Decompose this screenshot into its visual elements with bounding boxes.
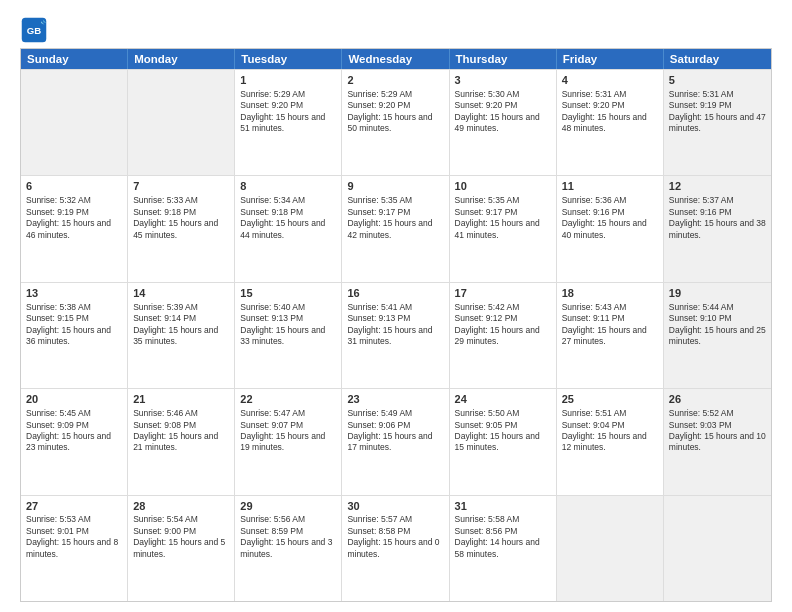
svg-text:GB: GB bbox=[27, 25, 41, 36]
header-day-wednesday: Wednesday bbox=[342, 49, 449, 69]
cal-row-1: 6Sunrise: 5:32 AM Sunset: 9:19 PM Daylig… bbox=[21, 175, 771, 281]
day-number: 14 bbox=[133, 286, 229, 301]
cal-row-0: 1Sunrise: 5:29 AM Sunset: 9:20 PM Daylig… bbox=[21, 69, 771, 175]
cal-cell-day-4: 4Sunrise: 5:31 AM Sunset: 9:20 PM Daylig… bbox=[557, 70, 664, 175]
day-number: 9 bbox=[347, 179, 443, 194]
day-info: Sunrise: 5:56 AM Sunset: 8:59 PM Dayligh… bbox=[240, 514, 336, 560]
day-info: Sunrise: 5:41 AM Sunset: 9:13 PM Dayligh… bbox=[347, 302, 443, 348]
day-number: 31 bbox=[455, 499, 551, 514]
cal-row-4: 27Sunrise: 5:53 AM Sunset: 9:01 PM Dayli… bbox=[21, 495, 771, 601]
cal-cell-day-31: 31Sunrise: 5:58 AM Sunset: 8:56 PM Dayli… bbox=[450, 496, 557, 601]
day-number: 25 bbox=[562, 392, 658, 407]
logo: GB bbox=[20, 16, 52, 44]
day-number: 16 bbox=[347, 286, 443, 301]
day-info: Sunrise: 5:51 AM Sunset: 9:04 PM Dayligh… bbox=[562, 408, 658, 454]
cal-cell-day-2: 2Sunrise: 5:29 AM Sunset: 9:20 PM Daylig… bbox=[342, 70, 449, 175]
day-number: 6 bbox=[26, 179, 122, 194]
cal-cell-day-9: 9Sunrise: 5:35 AM Sunset: 9:17 PM Daylig… bbox=[342, 176, 449, 281]
day-number: 5 bbox=[669, 73, 766, 88]
cal-cell-day-12: 12Sunrise: 5:37 AM Sunset: 9:16 PM Dayli… bbox=[664, 176, 771, 281]
cal-cell-day-29: 29Sunrise: 5:56 AM Sunset: 8:59 PM Dayli… bbox=[235, 496, 342, 601]
day-info: Sunrise: 5:39 AM Sunset: 9:14 PM Dayligh… bbox=[133, 302, 229, 348]
header-day-tuesday: Tuesday bbox=[235, 49, 342, 69]
day-number: 27 bbox=[26, 499, 122, 514]
cal-cell-empty bbox=[557, 496, 664, 601]
cal-cell-day-7: 7Sunrise: 5:33 AM Sunset: 9:18 PM Daylig… bbox=[128, 176, 235, 281]
day-info: Sunrise: 5:29 AM Sunset: 9:20 PM Dayligh… bbox=[240, 89, 336, 135]
day-info: Sunrise: 5:40 AM Sunset: 9:13 PM Dayligh… bbox=[240, 302, 336, 348]
cal-cell-day-6: 6Sunrise: 5:32 AM Sunset: 9:19 PM Daylig… bbox=[21, 176, 128, 281]
cal-cell-day-30: 30Sunrise: 5:57 AM Sunset: 8:58 PM Dayli… bbox=[342, 496, 449, 601]
cal-row-2: 13Sunrise: 5:38 AM Sunset: 9:15 PM Dayli… bbox=[21, 282, 771, 388]
day-info: Sunrise: 5:45 AM Sunset: 9:09 PM Dayligh… bbox=[26, 408, 122, 454]
cal-cell-day-19: 19Sunrise: 5:44 AM Sunset: 9:10 PM Dayli… bbox=[664, 283, 771, 388]
cal-cell-day-25: 25Sunrise: 5:51 AM Sunset: 9:04 PM Dayli… bbox=[557, 389, 664, 494]
header-day-monday: Monday bbox=[128, 49, 235, 69]
cal-cell-empty bbox=[664, 496, 771, 601]
calendar-body: 1Sunrise: 5:29 AM Sunset: 9:20 PM Daylig… bbox=[21, 69, 771, 601]
cal-cell-empty bbox=[128, 70, 235, 175]
day-number: 23 bbox=[347, 392, 443, 407]
cal-cell-day-20: 20Sunrise: 5:45 AM Sunset: 9:09 PM Dayli… bbox=[21, 389, 128, 494]
header-day-saturday: Saturday bbox=[664, 49, 771, 69]
day-number: 3 bbox=[455, 73, 551, 88]
header-day-friday: Friday bbox=[557, 49, 664, 69]
calendar-header: SundayMondayTuesdayWednesdayThursdayFrid… bbox=[21, 49, 771, 69]
day-info: Sunrise: 5:47 AM Sunset: 9:07 PM Dayligh… bbox=[240, 408, 336, 454]
day-number: 22 bbox=[240, 392, 336, 407]
day-number: 21 bbox=[133, 392, 229, 407]
day-info: Sunrise: 5:50 AM Sunset: 9:05 PM Dayligh… bbox=[455, 408, 551, 454]
cal-cell-day-10: 10Sunrise: 5:35 AM Sunset: 9:17 PM Dayli… bbox=[450, 176, 557, 281]
calendar: SundayMondayTuesdayWednesdayThursdayFrid… bbox=[20, 48, 772, 602]
day-info: Sunrise: 5:29 AM Sunset: 9:20 PM Dayligh… bbox=[347, 89, 443, 135]
day-info: Sunrise: 5:46 AM Sunset: 9:08 PM Dayligh… bbox=[133, 408, 229, 454]
day-info: Sunrise: 5:36 AM Sunset: 9:16 PM Dayligh… bbox=[562, 195, 658, 241]
cal-cell-day-26: 26Sunrise: 5:52 AM Sunset: 9:03 PM Dayli… bbox=[664, 389, 771, 494]
cal-row-3: 20Sunrise: 5:45 AM Sunset: 9:09 PM Dayli… bbox=[21, 388, 771, 494]
day-info: Sunrise: 5:57 AM Sunset: 8:58 PM Dayligh… bbox=[347, 514, 443, 560]
cal-cell-day-13: 13Sunrise: 5:38 AM Sunset: 9:15 PM Dayli… bbox=[21, 283, 128, 388]
day-number: 1 bbox=[240, 73, 336, 88]
cal-cell-day-14: 14Sunrise: 5:39 AM Sunset: 9:14 PM Dayli… bbox=[128, 283, 235, 388]
day-info: Sunrise: 5:32 AM Sunset: 9:19 PM Dayligh… bbox=[26, 195, 122, 241]
day-info: Sunrise: 5:31 AM Sunset: 9:20 PM Dayligh… bbox=[562, 89, 658, 135]
day-number: 12 bbox=[669, 179, 766, 194]
cal-cell-day-27: 27Sunrise: 5:53 AM Sunset: 9:01 PM Dayli… bbox=[21, 496, 128, 601]
day-number: 26 bbox=[669, 392, 766, 407]
cal-cell-day-1: 1Sunrise: 5:29 AM Sunset: 9:20 PM Daylig… bbox=[235, 70, 342, 175]
day-info: Sunrise: 5:54 AM Sunset: 9:00 PM Dayligh… bbox=[133, 514, 229, 560]
day-info: Sunrise: 5:33 AM Sunset: 9:18 PM Dayligh… bbox=[133, 195, 229, 241]
cal-cell-day-8: 8Sunrise: 5:34 AM Sunset: 9:18 PM Daylig… bbox=[235, 176, 342, 281]
cal-cell-day-18: 18Sunrise: 5:43 AM Sunset: 9:11 PM Dayli… bbox=[557, 283, 664, 388]
day-number: 13 bbox=[26, 286, 122, 301]
day-number: 24 bbox=[455, 392, 551, 407]
cal-cell-day-22: 22Sunrise: 5:47 AM Sunset: 9:07 PM Dayli… bbox=[235, 389, 342, 494]
day-info: Sunrise: 5:53 AM Sunset: 9:01 PM Dayligh… bbox=[26, 514, 122, 560]
day-info: Sunrise: 5:35 AM Sunset: 9:17 PM Dayligh… bbox=[347, 195, 443, 241]
cal-cell-day-16: 16Sunrise: 5:41 AM Sunset: 9:13 PM Dayli… bbox=[342, 283, 449, 388]
day-number: 28 bbox=[133, 499, 229, 514]
day-number: 20 bbox=[26, 392, 122, 407]
day-info: Sunrise: 5:31 AM Sunset: 9:19 PM Dayligh… bbox=[669, 89, 766, 135]
cal-cell-day-3: 3Sunrise: 5:30 AM Sunset: 9:20 PM Daylig… bbox=[450, 70, 557, 175]
header-day-sunday: Sunday bbox=[21, 49, 128, 69]
day-number: 30 bbox=[347, 499, 443, 514]
day-number: 11 bbox=[562, 179, 658, 194]
header-day-thursday: Thursday bbox=[450, 49, 557, 69]
day-number: 19 bbox=[669, 286, 766, 301]
cal-cell-day-5: 5Sunrise: 5:31 AM Sunset: 9:19 PM Daylig… bbox=[664, 70, 771, 175]
day-number: 17 bbox=[455, 286, 551, 301]
day-info: Sunrise: 5:38 AM Sunset: 9:15 PM Dayligh… bbox=[26, 302, 122, 348]
day-number: 15 bbox=[240, 286, 336, 301]
day-number: 10 bbox=[455, 179, 551, 194]
cal-cell-day-17: 17Sunrise: 5:42 AM Sunset: 9:12 PM Dayli… bbox=[450, 283, 557, 388]
day-number: 18 bbox=[562, 286, 658, 301]
day-number: 2 bbox=[347, 73, 443, 88]
cal-cell-day-23: 23Sunrise: 5:49 AM Sunset: 9:06 PM Dayli… bbox=[342, 389, 449, 494]
cal-cell-day-28: 28Sunrise: 5:54 AM Sunset: 9:00 PM Dayli… bbox=[128, 496, 235, 601]
logo-icon: GB bbox=[20, 16, 48, 44]
cal-cell-day-15: 15Sunrise: 5:40 AM Sunset: 9:13 PM Dayli… bbox=[235, 283, 342, 388]
day-info: Sunrise: 5:49 AM Sunset: 9:06 PM Dayligh… bbox=[347, 408, 443, 454]
day-info: Sunrise: 5:35 AM Sunset: 9:17 PM Dayligh… bbox=[455, 195, 551, 241]
day-info: Sunrise: 5:58 AM Sunset: 8:56 PM Dayligh… bbox=[455, 514, 551, 560]
